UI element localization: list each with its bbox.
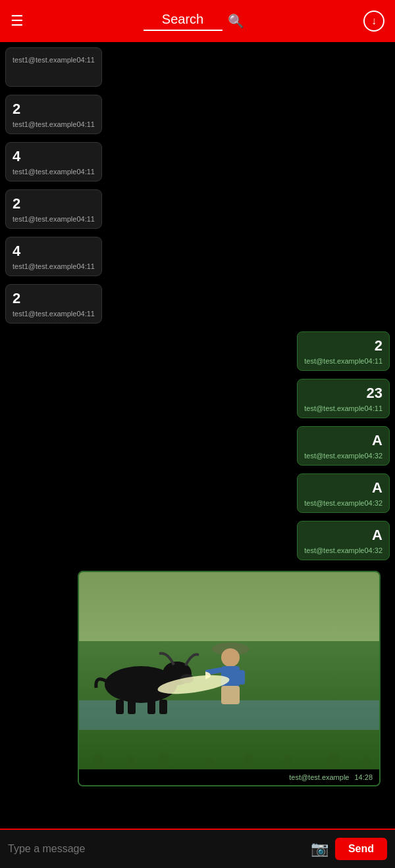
bubble-meta: test1@test.example 04:11	[13, 56, 95, 64]
bubble-email: test@test.example	[304, 499, 364, 507]
svg-point-21	[328, 752, 340, 769]
left-bubble-1: 2 test1@test.example 04:11	[5, 95, 102, 134]
bubble-meta: test1@test.example 04:11	[13, 262, 95, 270]
camera-icon: 📷	[311, 840, 329, 857]
bubble-email: test@test.example	[304, 452, 364, 460]
message-row-right: A test@test.example 04:32	[5, 521, 390, 566]
message-row-right: 2 test@test.example 04:11	[5, 331, 390, 376]
bubble-email: test@test.example	[304, 404, 364, 412]
bubble-meta: test1@test.example 04:11	[13, 168, 95, 176]
left-bubble-4: 4 test1@test.example 04:11	[5, 237, 102, 276]
bubble-meta: test1@test.example 04:11	[13, 120, 95, 128]
bubble-email: test1@test.example	[13, 262, 76, 270]
left-bubble-5: 2 test1@test.example 04:11	[5, 284, 102, 324]
right-bubble-1: 23 test@test.example 04:11	[297, 379, 390, 418]
splash-svg	[154, 675, 233, 694]
bubble-meta: test@test.example 04:11	[304, 404, 382, 412]
bubble-email: test@test.example	[304, 357, 364, 365]
svg-point-19	[244, 753, 254, 769]
bubble-time: 04:11	[76, 56, 95, 64]
bubble-meta: test1@test.example 04:11	[13, 215, 95, 223]
bubble-time: 04:32	[364, 499, 382, 507]
message-row-left: test1@test.example 04:11	[5, 47, 390, 92]
bubble-email: test1@test.example	[13, 168, 76, 176]
bubble-content: 2	[304, 337, 382, 354]
message-row-right: 23 test@test.example 04:11	[5, 379, 390, 423]
svg-rect-5	[147, 700, 155, 714]
search-label: Search	[144, 12, 223, 31]
image-content	[79, 572, 379, 769]
message-row-left: 4 test1@test.example 04:11	[5, 142, 390, 187]
plants-svg	[79, 736, 379, 769]
image-email: test@test.example	[289, 773, 349, 781]
svg-point-22	[361, 756, 371, 769]
image-time: 14:28	[354, 773, 373, 781]
message-input[interactable]	[8, 843, 304, 855]
svg-point-14	[157, 675, 230, 694]
svg-point-15	[93, 753, 104, 769]
bubble-email: test1@test.example	[13, 56, 76, 64]
svg-point-17	[158, 751, 170, 769]
image-meta: test@test.example 14:28	[79, 769, 379, 785]
right-bubble-0: 2 test@test.example 04:11	[297, 331, 390, 371]
search-icon[interactable]: 🔍	[228, 13, 244, 29]
left-bubble-2: 4 test1@test.example 04:11	[5, 142, 102, 181]
svg-point-8	[221, 648, 240, 667]
bubble-content: 2	[13, 101, 95, 118]
message-row-right: A test@test.example 04:32	[5, 473, 390, 518]
bubble-time: 04:32	[364, 546, 382, 554]
download-icon[interactable]: ↓	[363, 11, 384, 32]
bubble-email: test@test.example	[304, 546, 364, 554]
bubble-meta: test@test.example 04:32	[304, 452, 382, 460]
bubble-time: 04:11	[76, 168, 95, 176]
app-header: ☰ Search 🔍 ↓	[0, 0, 395, 42]
bubble-email: test1@test.example	[13, 120, 76, 128]
svg-point-18	[205, 758, 214, 769]
bubble-content: 2	[13, 195, 95, 212]
message-row-left: 2 test1@test.example 04:11	[5, 284, 390, 329]
bubble-time: 04:11	[364, 404, 382, 412]
send-button[interactable]: Send	[335, 838, 387, 860]
bubble-content: A	[304, 432, 382, 449]
menu-icon[interactable]: ☰	[11, 12, 24, 30]
left-bubble-0: test1@test.example 04:11	[5, 47, 102, 87]
right-bubble-3: A test@test.example 04:32	[297, 473, 390, 513]
image-message: test@test.example 14:28	[78, 571, 381, 786]
bubble-time: 04:11	[76, 310, 95, 318]
bubble-time: 04:11	[76, 215, 95, 223]
bubble-meta: test1@test.example 04:11	[13, 310, 95, 318]
message-row-left: 2 test1@test.example 04:11	[5, 189, 390, 234]
rice-field-scene	[79, 572, 379, 769]
bubble-meta: test@test.example 04:32	[304, 499, 382, 507]
bubble-time: 04:32	[364, 452, 382, 460]
chat-area: test1@test.example 04:11 2 test1@test.ex…	[0, 42, 395, 829]
bubble-content: 4	[13, 148, 95, 165]
search-area: Search 🔍	[144, 12, 244, 31]
bubble-meta: test@test.example 04:32	[304, 546, 382, 554]
left-bubble-3: 2 test1@test.example 04:11	[5, 189, 102, 229]
bubble-email: test1@test.example	[13, 310, 76, 318]
svg-rect-3	[116, 700, 124, 714]
bubble-time: 04:11	[364, 357, 382, 365]
right-bubble-4: A test@test.example 04:32	[297, 521, 390, 560]
message-row-left: 4 test1@test.example 04:11	[5, 237, 390, 281]
message-row-left: 2 test1@test.example 04:11	[5, 95, 390, 139]
svg-point-20	[284, 755, 292, 769]
message-row-right: A test@test.example 04:32	[5, 426, 390, 471]
bubble-meta: test@test.example 04:11	[304, 357, 382, 365]
svg-rect-6	[159, 700, 167, 714]
bubble-content: 4	[13, 243, 95, 260]
bubble-time: 04:11	[76, 262, 95, 270]
right-bubble-2: A test@test.example 04:32	[297, 426, 390, 466]
bubble-time: 04:11	[76, 120, 95, 128]
bubble-content: 2	[13, 290, 95, 307]
svg-point-16	[127, 756, 135, 769]
bubble-content: 23	[304, 385, 382, 402]
bubble-content: A	[304, 527, 382, 544]
camera-button[interactable]: 📷	[311, 840, 329, 857]
svg-rect-4	[128, 700, 136, 714]
bubble-email: test1@test.example	[13, 215, 76, 223]
bubble-content: A	[304, 479, 382, 496]
svg-rect-12	[238, 670, 245, 685]
bottom-bar: 📷 Send	[0, 829, 395, 868]
